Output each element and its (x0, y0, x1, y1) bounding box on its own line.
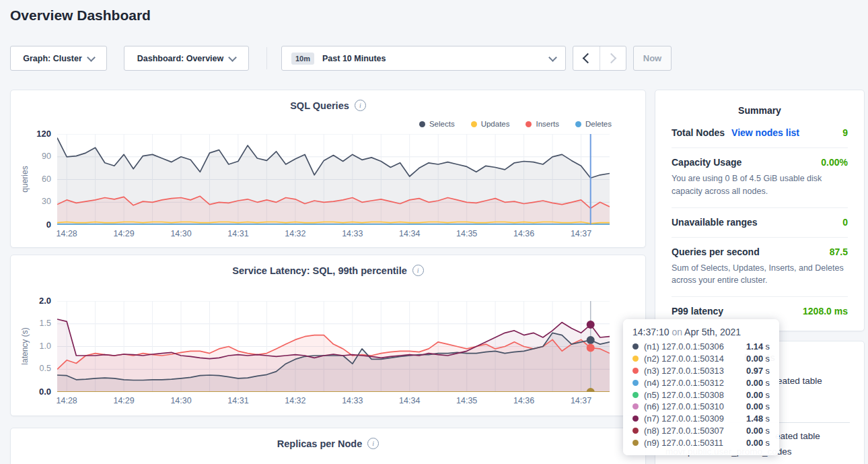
chevron-down-icon (228, 53, 237, 62)
x-tick-label: 14:33 (332, 229, 373, 238)
summary-description: You are using 0 B of 4.5 GiB usable disk… (672, 172, 848, 198)
time-range-label: Past 10 Minutes (322, 54, 386, 63)
chevron-down-icon (87, 53, 96, 62)
node-address: (n2) 127.0.0.1:50314 (644, 354, 746, 364)
chevron-left-icon (582, 53, 593, 64)
now-button[interactable]: Now (633, 46, 672, 71)
graph-selector-label: Graph: Cluster (23, 54, 82, 63)
dashboard-selector-dropdown[interactable]: Dashboard: Overview (124, 46, 249, 71)
next-time-button[interactable] (600, 46, 626, 70)
service-latency-panel: Service Latency: SQL, 99th percentile i … (10, 255, 646, 416)
x-tick-label: 14:36 (504, 396, 544, 405)
tooltip-node-row: (n2) 127.0.0.1:503140.00 s (632, 353, 770, 365)
dashboard-selector-label: Dashboard: Overview (137, 54, 224, 63)
node-color-dot (632, 356, 639, 362)
summary-row-total-nodes: Total Nodes View nodes list 9 (672, 119, 848, 148)
sql-queries-panel: SQL Queries i SelectsUpdatesInsertsDelet… (10, 90, 646, 248)
x-tick-label: 14:34 (390, 396, 430, 405)
node-color-dot (632, 368, 639, 374)
prev-time-button[interactable] (573, 46, 600, 70)
summary-description: Sum of Selects, Updates, Inserts, and De… (672, 262, 848, 288)
x-tick-label: 14:35 (447, 396, 487, 405)
summary-label: Unavailable ranges (672, 217, 758, 228)
node-address: (n4) 127.0.0.1:50312 (644, 378, 746, 388)
chevron-right-icon (606, 53, 617, 64)
summary-row-unavailable: Unavailable ranges 0 (672, 208, 848, 238)
x-tick-label: 14:30 (161, 396, 201, 405)
x-tick-label: 14:28 (46, 229, 87, 238)
summary-label: Capacity Usage (672, 157, 742, 168)
summary-row-qps: Queries per second 87.5 Sum of Selects, … (672, 238, 848, 298)
summary-row-capacity: Capacity Usage 0.00% You are using 0 B o… (672, 148, 848, 208)
node-address: (n6) 127.0.0.1:50310 (644, 401, 746, 411)
node-latency-value: 0.00 s (746, 354, 770, 364)
node-address: (n5) 127.0.0.1:50308 (644, 390, 746, 400)
summary-value: 0 (842, 217, 848, 228)
node-latency-value: 0.00 s (746, 401, 770, 411)
node-latency-value: 0.00 s (746, 426, 770, 436)
summary-heading: Summary (655, 105, 864, 116)
node-latency-value: 0.97 s (746, 366, 770, 376)
toolbar-divider (266, 47, 267, 69)
node-address: (n3) 127.0.0.1:50313 (644, 366, 746, 376)
x-tick-label: 14:33 (332, 396, 373, 405)
tooltip-node-row: (n5) 127.0.0.1:503080.00 s (632, 389, 770, 401)
node-color-dot (632, 440, 639, 446)
info-icon[interactable]: i (367, 438, 379, 449)
x-tick-label: 14:28 (46, 396, 87, 405)
chart-title: Replicas per Node (277, 438, 363, 449)
tooltip-node-row: (n9) 127.0.0.1:503110.00 s (632, 436, 770, 449)
summary-label: P99 latency (672, 306, 723, 317)
y-tick-label: 2.0 (11, 296, 51, 306)
replicas-title-row: Replicas per Node i (11, 438, 645, 449)
summary-value: 9 (842, 127, 848, 138)
node-color-dot (632, 392, 639, 398)
latency-tooltip: 14:37:10 on Apr 5th, 2021 (n1) 127.0.0.1… (623, 319, 779, 455)
x-tick-label: 14:32 (275, 396, 316, 405)
node-latency-value: 1.14 s (746, 341, 770, 352)
x-tick-label: 14:37 (561, 229, 602, 238)
overview-dashboard-page: Overview Dashboard Graph: Cluster Dashbo… (0, 0, 868, 464)
node-color-dot (632, 403, 639, 409)
tooltip-node-row: (n6) 127.0.0.1:503100.00 s (632, 401, 770, 413)
service-latency-plot-area[interactable] (57, 301, 610, 392)
summary-value: 1208.0 ms (803, 306, 848, 317)
graph-selector-dropdown[interactable]: Graph: Cluster (10, 46, 107, 71)
time-range-dropdown[interactable]: 10m Past 10 Minutes (281, 46, 566, 71)
y-tick-label: 1.5 (11, 319, 51, 328)
sql-queries-chart[interactable]: 030609012014:2814:2914:3014:3114:3214:33… (11, 90, 645, 247)
summary-value: 87.5 (830, 246, 848, 257)
y-tick-label: 30 (11, 197, 51, 206)
x-tick-label: 14:34 (390, 229, 430, 238)
y-tick-label: 0 (11, 220, 51, 230)
service-latency-chart[interactable]: 0.00.51.01.52.014:2814:2914:3014:3114:32… (11, 255, 645, 416)
tooltip-timestamp: 14:37:10 on Apr 5th, 2021 (632, 327, 770, 337)
node-address: (n7) 127.0.0.1:50309 (644, 413, 746, 424)
tooltip-rows: (n1) 127.0.0.1:503061.14 s(n2) 127.0.0.1… (632, 341, 770, 449)
replicas-panel: Replicas per Node i (10, 428, 646, 464)
node-latency-value: 0.00 s (746, 378, 770, 388)
summary-label: Queries per second (672, 246, 760, 257)
y-tick-label: 0.5 (11, 364, 51, 373)
node-color-dot (632, 416, 639, 422)
tooltip-node-row: (n7) 127.0.0.1:503091.48 s (632, 413, 770, 425)
x-tick-label: 14:30 (161, 229, 201, 238)
y-tick-label: 0.0 (11, 387, 51, 397)
series-areas (57, 138, 610, 225)
time-nav-group (573, 46, 626, 71)
sql-queries-plot-area[interactable] (57, 134, 610, 225)
x-tick-label: 14:29 (104, 396, 144, 405)
x-tick-label: 14:31 (218, 229, 258, 238)
y-tick-label: 90 (11, 152, 51, 161)
node-color-dot (632, 343, 639, 350)
x-tick-label: 14:32 (275, 229, 316, 238)
x-tick-label: 14:36 (504, 229, 544, 238)
crosshair-dot-n7 (587, 321, 595, 329)
tooltip-node-row: (n4) 127.0.0.1:503120.00 s (632, 376, 770, 389)
x-tick-label: 14:35 (447, 229, 487, 238)
node-color-dot (632, 428, 639, 434)
node-address: (n8) 127.0.0.1:50307 (644, 426, 746, 436)
summary-value: 0.00% (821, 157, 848, 168)
view-nodes-list-link[interactable]: View nodes list (731, 127, 799, 138)
tooltip-node-row: (n1) 127.0.0.1:503061.14 s (632, 341, 770, 353)
